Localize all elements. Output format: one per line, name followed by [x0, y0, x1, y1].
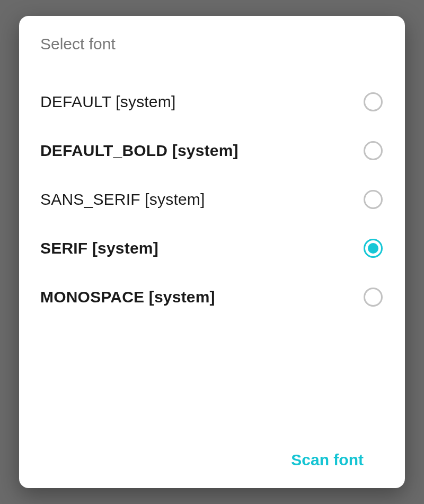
- font-option-sans-serif[interactable]: SANS_SERIF [system]: [38, 175, 386, 224]
- dialog-title: Select font: [38, 35, 386, 53]
- font-option-serif[interactable]: SERIF [system]: [38, 224, 386, 273]
- radio-icon: [364, 288, 383, 307]
- font-option-default[interactable]: DEFAULT [system]: [38, 77, 386, 126]
- dialog-actions: Scan font: [38, 435, 386, 474]
- select-font-dialog: Select font DEFAULT [system] DEFAULT_BOL…: [19, 16, 405, 488]
- scan-font-button[interactable]: Scan font: [285, 446, 370, 474]
- radio-selected-icon: [364, 239, 383, 258]
- font-option-label: SANS_SERIF [system]: [40, 190, 205, 208]
- font-option-default-bold[interactable]: DEFAULT_BOLD [system]: [38, 126, 386, 175]
- radio-icon: [364, 190, 383, 209]
- font-option-label: DEFAULT [system]: [40, 93, 175, 111]
- font-option-monospace[interactable]: MONOSPACE [system]: [38, 273, 386, 321]
- radio-icon: [364, 141, 383, 160]
- font-option-label: MONOSPACE [system]: [40, 288, 215, 306]
- radio-icon: [364, 92, 383, 111]
- font-option-label: SERIF [system]: [40, 239, 158, 257]
- font-option-label: DEFAULT_BOLD [system]: [40, 142, 238, 160]
- font-options-list: DEFAULT [system] DEFAULT_BOLD [system] S…: [38, 77, 386, 435]
- radio-dot-icon: [368, 243, 378, 254]
